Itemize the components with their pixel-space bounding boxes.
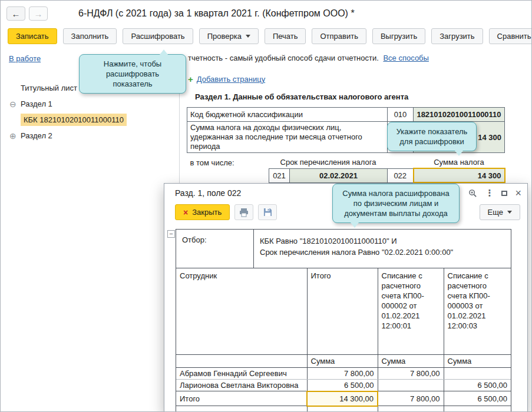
app-window: ← → 6-НДФЛ (с 2021 года) за 1 квартал 20… xyxy=(0,0,532,412)
decode-table: Сотрудник Итого Списание с расчетного сч… xyxy=(176,268,511,412)
filter-line-1: КБК Равно "18210102010011000110" И xyxy=(260,235,453,247)
close-icon[interactable]: × xyxy=(515,188,521,198)
withheld-label: Сумма налога на доходы физических лиц, у… xyxy=(187,122,388,153)
compare-button[interactable]: Сравнить xyxy=(489,28,532,44)
popup-body: − Отбор: КБК Равно "18210102010011000110… xyxy=(164,224,527,412)
floppy-icon xyxy=(263,208,272,217)
kbk-label: Код бюджетной классификации xyxy=(187,108,388,122)
cell-hint-callout: Укажите показатель для расшифровки xyxy=(387,122,477,151)
tree-item-section2[interactable]: ⊕ Раздел 2 xyxy=(1,128,179,144)
subheader-sum: Сумма xyxy=(378,354,444,367)
tree-item-kbk[interactable]: КБК 18210102010011000110 xyxy=(1,112,179,128)
command-bar: Записать Заполнить Расшифровать Проверка… xyxy=(1,26,531,51)
check-button-label: Проверка xyxy=(207,32,242,41)
subheader-sum: Сумма xyxy=(444,354,511,367)
save-button[interactable]: Записать xyxy=(8,28,57,44)
expand-node-icon[interactable]: ⊕ xyxy=(9,131,16,141)
popup-close-button[interactable]: × Закрыть xyxy=(175,204,230,220)
spacer-cell xyxy=(187,168,269,182)
filter-label: Отбор: xyxy=(176,230,254,268)
filter-line-2: Срок перечисления налога Равно "02.02.20… xyxy=(260,247,453,258)
decode-button[interactable]: Расшифровать xyxy=(123,28,193,44)
spacer-cell xyxy=(388,153,414,169)
line022-value-cell[interactable]: 14 300 xyxy=(414,168,505,182)
maximize-glyph xyxy=(501,191,507,196)
printer-icon xyxy=(239,208,249,217)
filter-section: Отбор: КБК Равно "18210102010011000110" … xyxy=(176,230,511,268)
doc1-total: 7 800,00 xyxy=(378,391,444,406)
print-icon-button[interactable] xyxy=(234,204,253,220)
collapse-node-icon[interactable]: ⊖ xyxy=(9,99,16,109)
section1-title: Раздел 1. Данные об обязательствах налог… xyxy=(195,92,531,101)
decode-sheet: Отбор: КБК Равно "18210102010011000110" … xyxy=(176,229,511,412)
kbk-value-cell[interactable]: 18210102010011000110 xyxy=(414,108,505,122)
col-header-doc1: Списание с расчетного счета КП00-000002 … xyxy=(378,268,444,354)
import-button[interactable]: Загрузить xyxy=(431,28,483,44)
more-button[interactable]: Еще xyxy=(480,204,520,220)
table-row[interactable]: Абрамов Геннадий Сергеевич 7 800,00 7 80… xyxy=(176,367,511,379)
close-x-icon: × xyxy=(183,208,188,217)
col-header-employee: Сотрудник xyxy=(176,268,307,354)
doc2-amount xyxy=(444,367,511,379)
table-row[interactable]: Ларионова Светлана Викторовна 6 500,00 6… xyxy=(176,379,511,391)
spacer-cell xyxy=(176,354,307,367)
line022-code: 022 xyxy=(388,168,414,182)
doc2-amount: 6 500,00 xyxy=(444,379,511,391)
tree-item-label-selected: КБК 18210102010011000110 xyxy=(21,114,127,126)
decode-hint-callout: Нажмите, чтобы расшифровать показатель xyxy=(79,54,186,94)
kbk-line-code: 010 xyxy=(388,108,414,122)
send-button[interactable]: Отправить xyxy=(312,28,366,44)
status-link[interactable]: В работе xyxy=(9,54,41,63)
popup-title: Разд. 1, поле 022 xyxy=(175,188,241,198)
save-file-icon-button[interactable] xyxy=(258,204,277,220)
page-title: 6-НДФЛ (с 2021 года) за 1 квартал 2021 г… xyxy=(78,8,355,19)
add-page-link[interactable]: + Добавить страницу xyxy=(188,74,265,84)
chevron-down-icon xyxy=(246,35,250,38)
promo-text: тчетность - самый удобный способ сдачи о… xyxy=(188,54,429,62)
total-amount: 7 800,00 xyxy=(307,367,378,379)
back-arrow-icon: ← xyxy=(12,9,21,19)
line021-code: 021 xyxy=(269,168,290,182)
chevron-down-icon xyxy=(507,211,512,214)
more-menu-icon[interactable]: ⋮ xyxy=(485,188,494,198)
filter-value: КБК Равно "18210102010011000110" И Срок … xyxy=(254,230,458,268)
spacer-cell xyxy=(444,406,511,412)
deadline-header: Срок перечисления налога xyxy=(269,153,388,169)
check-button[interactable]: Проверка xyxy=(199,28,259,44)
doc2-total: 6 500,00 xyxy=(444,391,511,406)
doc1-amount: 7 800,00 xyxy=(378,367,444,379)
popup-window-controls: ⋮ × xyxy=(468,188,521,198)
sections-tree: Титульный лист ⊖ Раздел 1 КБК 1821010201… xyxy=(1,66,180,411)
export-button[interactable]: Выгрузить xyxy=(372,28,425,44)
tree-item-label: Титульный лист xyxy=(21,84,77,92)
back-button[interactable]: ← xyxy=(6,6,25,21)
col-header-doc2: Списание с расчетного счета КП00-000003 … xyxy=(444,268,511,354)
titlebar: ← → 6-НДФЛ (с 2021 года) за 1 квартал 20… xyxy=(1,1,531,26)
add-page-link-label: Добавить страницу xyxy=(197,75,265,84)
fill-button[interactable]: Заполнить xyxy=(63,28,117,44)
maximize-icon[interactable] xyxy=(501,188,507,198)
search-icon[interactable] xyxy=(468,188,477,198)
forward-button[interactable]: → xyxy=(29,6,48,21)
col-header-total: Итого xyxy=(307,268,378,354)
total-row[interactable]: Итого 14 300,00 7 800,00 6 500,00 xyxy=(176,391,511,406)
promo-message: тчетность - самый удобный способ сдачи о… xyxy=(188,54,379,62)
popup-hint-callout: Сумма налога расшифрована по физическим … xyxy=(332,184,460,223)
popup-close-label: Закрыть xyxy=(192,208,222,217)
total-row-label: Итого xyxy=(176,391,307,406)
forward-arrow-icon: → xyxy=(34,9,43,19)
spacer-cell xyxy=(378,406,444,412)
more-button-label: Еще xyxy=(488,208,503,217)
employee-name: Ларионова Светлана Викторовна xyxy=(176,379,307,391)
spacer-cell xyxy=(176,406,307,412)
empty-filler-row xyxy=(176,406,511,412)
grand-total-cell[interactable]: 14 300,00 xyxy=(307,391,378,406)
group-collapse-icon[interactable]: − xyxy=(167,230,175,238)
tree-item-label: Раздел 2 xyxy=(21,131,52,140)
spacer-cell xyxy=(307,406,378,412)
print-button[interactable]: Печать xyxy=(265,28,306,44)
subheader-sum: Сумма xyxy=(307,354,378,367)
tree-item-section1[interactable]: ⊖ Раздел 1 xyxy=(1,96,179,112)
promo-all-ways-link[interactable]: Все способы xyxy=(383,54,428,62)
line021-date-cell[interactable]: 02.02.2021 xyxy=(290,168,388,182)
